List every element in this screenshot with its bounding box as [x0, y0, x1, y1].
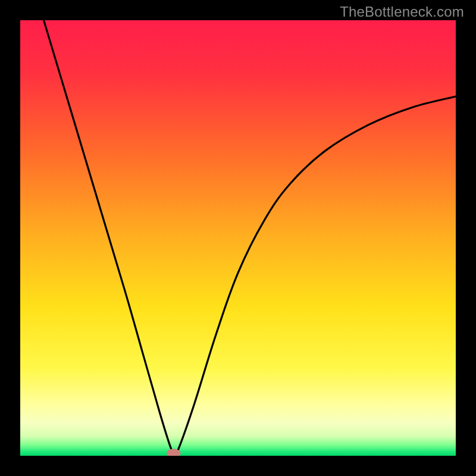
plot-area — [20, 20, 456, 456]
watermark-text: TheBottleneck.com — [340, 4, 464, 20]
chart-frame: TheBottleneck.com — [0, 0, 476, 476]
gradient-background — [20, 20, 456, 456]
bottleneck-chart — [20, 20, 456, 456]
